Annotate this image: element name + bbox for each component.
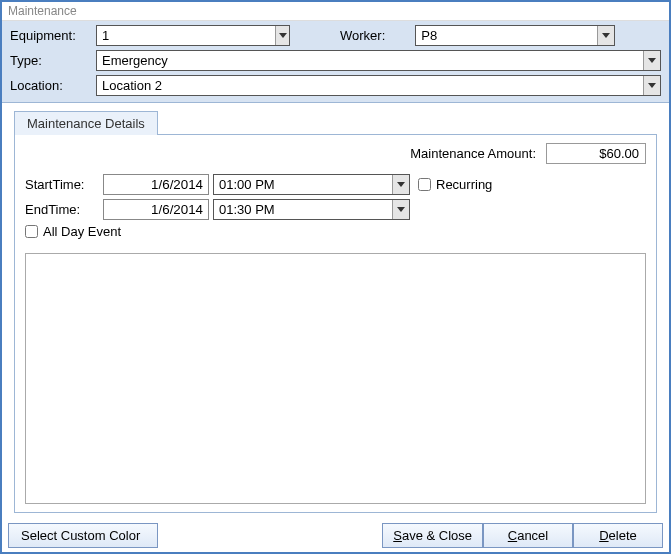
- location-input[interactable]: [97, 76, 643, 95]
- chevron-down-icon: [397, 207, 405, 212]
- maintenance-window: Maintenance Equipment: Worker: Type:: [0, 0, 671, 554]
- svg-marker-2: [648, 58, 656, 63]
- svg-marker-5: [397, 207, 405, 212]
- worker-dropdown-button[interactable]: [597, 26, 614, 45]
- footer-toolbar: Select Custom Color Save & Close Cancel …: [2, 519, 669, 552]
- worker-input[interactable]: [416, 26, 597, 45]
- header-form: Equipment: Worker: Type:: [2, 21, 669, 103]
- chevron-down-icon: [648, 58, 656, 63]
- location-dropdown-button[interactable]: [643, 76, 660, 95]
- end-time-dropdown-button[interactable]: [392, 200, 409, 219]
- allday-checkbox[interactable]: [25, 225, 38, 238]
- location-combo[interactable]: [96, 75, 661, 96]
- type-label: Type:: [10, 53, 96, 68]
- svg-marker-3: [648, 83, 656, 88]
- equipment-input[interactable]: [97, 26, 275, 45]
- type-dropdown-button[interactable]: [643, 51, 660, 70]
- allday-checkbox-wrap[interactable]: All Day Event: [25, 224, 121, 239]
- svg-marker-4: [397, 182, 405, 187]
- type-combo[interactable]: [96, 50, 661, 71]
- start-time-dropdown-button[interactable]: [392, 175, 409, 194]
- end-time-combo[interactable]: [213, 199, 410, 220]
- svg-marker-0: [279, 33, 287, 38]
- save-close-button[interactable]: Save & Close: [382, 523, 483, 548]
- end-time-input[interactable]: [214, 200, 392, 219]
- allday-label: All Day Event: [43, 224, 121, 239]
- notes-textarea[interactable]: [25, 253, 646, 504]
- content-area: Maintenance Details Maintenance Amount: …: [2, 103, 669, 519]
- delete-button[interactable]: Delete: [573, 523, 663, 548]
- chevron-down-icon: [397, 182, 405, 187]
- chevron-down-icon: [602, 33, 610, 38]
- tab-maintenance-details[interactable]: Maintenance Details: [14, 111, 158, 135]
- recurring-checkbox-wrap[interactable]: Recurring: [418, 177, 492, 192]
- equipment-dropdown-button[interactable]: [275, 26, 289, 45]
- location-label: Location:: [10, 78, 96, 93]
- start-time-input[interactable]: [214, 175, 392, 194]
- worker-combo[interactable]: [415, 25, 615, 46]
- svg-marker-1: [602, 33, 610, 38]
- recurring-checkbox[interactable]: [418, 178, 431, 191]
- window-title: Maintenance: [2, 2, 669, 21]
- cancel-button[interactable]: Cancel: [483, 523, 573, 548]
- amount-value[interactable]: $60.00: [546, 143, 646, 164]
- worker-label: Worker:: [340, 28, 385, 43]
- recurring-label: Recurring: [436, 177, 492, 192]
- type-input[interactable]: [97, 51, 643, 70]
- equipment-label: Equipment:: [10, 28, 96, 43]
- amount-label: Maintenance Amount:: [410, 146, 536, 161]
- start-time-combo[interactable]: [213, 174, 410, 195]
- chevron-down-icon: [279, 33, 287, 38]
- chevron-down-icon: [648, 83, 656, 88]
- equipment-combo[interactable]: [96, 25, 290, 46]
- end-label: EndTime:: [25, 202, 103, 217]
- start-label: StartTime:: [25, 177, 103, 192]
- select-custom-color-button[interactable]: Select Custom Color: [8, 523, 158, 548]
- end-date-input[interactable]: [103, 199, 209, 220]
- start-date-input[interactable]: [103, 174, 209, 195]
